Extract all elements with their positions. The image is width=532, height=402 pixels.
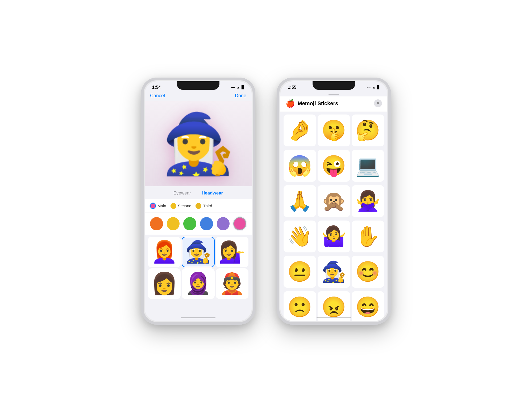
- phone-stickers: 1:55 ···· ▲ ▊ 🍎 Memoji Stickers ✕: [277, 78, 391, 325]
- status-icons-2: ···· ▲ ▊: [367, 85, 380, 89]
- sticker-3[interactable]: 🤔: [352, 115, 384, 146]
- headwear-emoji-6: 👲: [219, 271, 245, 296]
- sticker-emoji-3: 🤔: [355, 119, 380, 142]
- sticker-2[interactable]: 🤫: [318, 115, 350, 146]
- memoji-large-display: 🧙‍♀️: [162, 115, 235, 173]
- third-color-option[interactable]: Third: [196, 203, 212, 209]
- sticker-4[interactable]: 😱: [284, 150, 316, 182]
- headwear-emoji-5: 🧕: [185, 271, 211, 296]
- home-indicator-2: [317, 317, 351, 318]
- swatch-orange[interactable]: [150, 217, 163, 230]
- sticker-18[interactable]: 😄: [352, 291, 384, 321]
- sticker-emoji-12: ✋: [355, 225, 380, 248]
- sticker-emoji-17: 😠: [321, 295, 346, 319]
- sticker-13[interactable]: 😐: [284, 256, 316, 288]
- time-display-1: 1:54: [152, 85, 161, 90]
- signal-icon: ····: [231, 85, 235, 89]
- third-color-dot: [196, 203, 201, 209]
- sticker-panel-title: Memoji Stickers: [298, 100, 338, 107]
- sticker-title-area: 🍎 Memoji Stickers: [286, 99, 338, 108]
- headwear-item-4[interactable]: 👩: [148, 268, 181, 299]
- sticker-emoji-13: 😐: [287, 260, 312, 283]
- sticker-emoji-16: 🙁: [287, 295, 312, 319]
- third-color-label: Third: [203, 204, 212, 208]
- sticker-emoji-14: 🧙‍♀️: [321, 260, 346, 283]
- sticker-grid: 🤌 🤫 🤔 😱 😜 💻: [280, 112, 387, 321]
- close-icon: ✕: [376, 101, 380, 105]
- second-color-label: Second: [178, 204, 192, 208]
- eyewear-tab[interactable]: Eyewear: [173, 191, 191, 196]
- sticker-7[interactable]: 🙏: [284, 185, 316, 217]
- wifi-icon-2: ▲: [372, 85, 376, 89]
- sticker-panel-icon: 🍎: [286, 99, 295, 108]
- sticker-emoji-4: 😱: [287, 154, 312, 177]
- headwear-emoji-2: 🧙‍♀️: [185, 239, 211, 264]
- done-button[interactable]: Done: [235, 93, 246, 99]
- phone-editor: 1:54 ···· ▲ ▊ Cancel Done 🧙‍♀️ Eyewear H…: [141, 78, 255, 325]
- headwear-item-2[interactable]: 🧙‍♀️: [182, 237, 214, 267]
- cancel-button[interactable]: Cancel: [150, 93, 165, 99]
- sticker-panel-header: 🍎 Memoji Stickers ✕: [280, 96, 387, 112]
- color-selector: Main Second Third: [145, 199, 252, 213]
- stickers-screen: 1:55 ···· ▲ ▊ 🍎 Memoji Stickers ✕: [280, 81, 387, 321]
- battery-icon: ▊: [242, 85, 244, 89]
- headwear-item-5[interactable]: 🧕: [182, 268, 214, 299]
- sticker-1[interactable]: 🤌: [284, 115, 316, 146]
- home-indicator-1: [181, 317, 215, 318]
- headwear-tab[interactable]: Headwear: [202, 191, 223, 196]
- segment-control: Eyewear Headwear: [145, 186, 252, 199]
- notch: [177, 81, 219, 90]
- sticker-emoji-15: 😊: [355, 260, 380, 283]
- sticker-emoji-6: 💻: [355, 154, 380, 177]
- headwear-item-1[interactable]: 👩‍🦰: [148, 237, 181, 267]
- sticker-16[interactable]: 🙁: [284, 291, 316, 321]
- color-swatches-row: [145, 213, 252, 235]
- editor-nav-bar: Cancel Done: [145, 92, 252, 101]
- sticker-14[interactable]: 🧙‍♀️: [318, 256, 350, 288]
- main-color-label: Main: [157, 204, 166, 208]
- sticker-17[interactable]: 😠: [318, 291, 350, 321]
- swatch-green[interactable]: [183, 217, 196, 230]
- sticker-emoji-7: 🙏: [287, 189, 312, 213]
- memoji-preview-area: 🧙‍♀️: [145, 101, 252, 186]
- headwear-item-6[interactable]: 👲: [216, 268, 248, 299]
- close-sticker-panel-button[interactable]: ✕: [374, 99, 382, 107]
- sticker-12[interactable]: ✋: [352, 221, 384, 252]
- headwear-emoji-3: 💁‍♀️: [219, 239, 245, 264]
- battery-icon-2: ▊: [377, 85, 380, 89]
- sticker-10[interactable]: 👋: [284, 221, 316, 252]
- wifi-icon: ▲: [236, 85, 240, 89]
- sticker-9[interactable]: 🙅‍♀️: [352, 185, 384, 217]
- headwear-emoji-4: 👩: [151, 271, 178, 296]
- second-color-option[interactable]: Second: [171, 203, 192, 209]
- scene: 1:54 ···· ▲ ▊ Cancel Done 🧙‍♀️ Eyewear H…: [0, 0, 532, 402]
- sticker-emoji-18: 😄: [355, 295, 380, 319]
- sticker-8[interactable]: 🙊: [318, 185, 350, 217]
- swatch-blue[interactable]: [200, 217, 213, 230]
- headwear-item-3[interactable]: 💁‍♀️: [216, 237, 248, 267]
- pull-handle: [329, 94, 339, 95]
- sticker-emoji-5: 😜: [321, 154, 346, 177]
- swatch-pink[interactable]: [233, 217, 246, 230]
- second-color-dot: [171, 203, 176, 209]
- sticker-5[interactable]: 😜: [318, 150, 350, 182]
- sticker-emoji-2: 🤫: [321, 119, 346, 142]
- editor-screen: 1:54 ···· ▲ ▊ Cancel Done 🧙‍♀️ Eyewear H…: [145, 81, 252, 321]
- swatch-yellow[interactable]: [167, 217, 180, 230]
- status-icons-1: ···· ▲ ▊: [231, 85, 244, 89]
- notch-2: [313, 81, 355, 90]
- swatch-purple[interactable]: [217, 217, 230, 230]
- sticker-emoji-10: 👋: [287, 225, 312, 248]
- sticker-emoji-8: 🙊: [321, 189, 346, 213]
- signal-icon-2: ····: [367, 85, 371, 89]
- sticker-15[interactable]: 😊: [352, 256, 384, 288]
- sticker-11[interactable]: 🤷‍♀️: [318, 221, 350, 252]
- time-display-2: 1:55: [288, 85, 296, 90]
- main-color-option[interactable]: Main: [150, 203, 166, 209]
- sticker-6[interactable]: 💻: [352, 150, 384, 182]
- sticker-emoji-1: 🤌: [287, 119, 312, 142]
- headwear-emoji-1: 👩‍🦰: [151, 239, 178, 264]
- sticker-emoji-11: 🤷‍♀️: [321, 225, 346, 248]
- headwear-grid: 👩‍🦰 🧙‍♀️ 💁‍♀️ 👩 🧕 👲: [145, 235, 252, 301]
- sticker-emoji-9: 🙅‍♀️: [355, 189, 380, 213]
